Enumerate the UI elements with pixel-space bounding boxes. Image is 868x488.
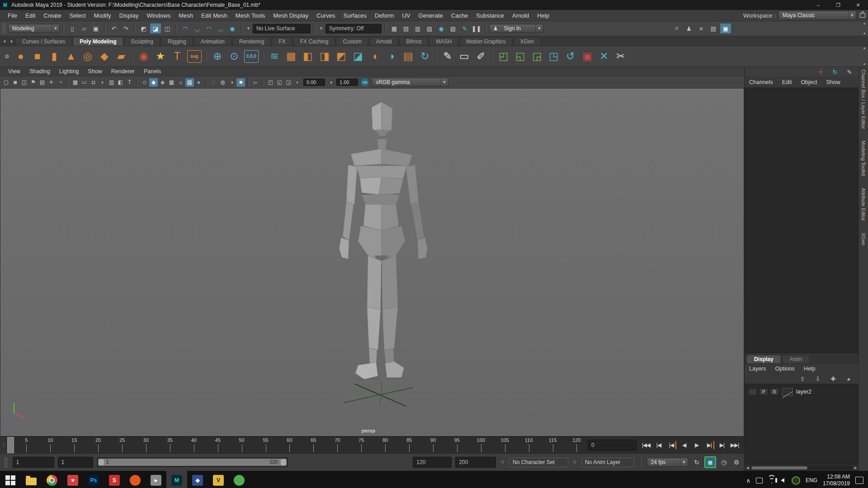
menu-uv[interactable]: UV: [398, 10, 414, 21]
go-to-end-button[interactable]: ▶▶|: [729, 440, 741, 450]
gamma-field[interactable]: 1.00: [336, 79, 358, 86]
layer-color-swatch[interactable]: [782, 388, 793, 396]
shelf-tab-mash[interactable]: MASH: [429, 37, 458, 46]
panel-menu-show[interactable]: Show: [84, 67, 107, 76]
clock[interactable]: 12:08 AM 17/08/2019: [823, 474, 850, 487]
layer-add-empty-icon[interactable]: ✚: [828, 374, 839, 384]
character-model[interactable]: [339, 102, 428, 380]
combine-icon[interactable]: ◧: [300, 48, 316, 65]
isolate-select-icon[interactable]: ▻: [251, 78, 260, 87]
sculpt-tool-icon[interactable]: ◲: [529, 48, 545, 65]
step-forward-frame-button[interactable]: ▶|: [716, 440, 728, 450]
animation-start-field[interactable]: 1: [58, 457, 93, 468]
menu-set-dropdown[interactable]: Modeling ▼: [8, 24, 60, 33]
layer-editor-menu-help[interactable]: Help: [799, 364, 820, 374]
color-management-toggle[interactable]: ON: [360, 78, 369, 87]
shelf-tab-custom[interactable]: Custom: [336, 37, 368, 46]
menu-edit[interactable]: Edit: [21, 10, 39, 21]
taskbar-app-gray-icon[interactable]: ▸: [146, 471, 166, 488]
step-forward-key-button[interactable]: ▶|: [703, 440, 715, 450]
action-center-icon[interactable]: [855, 477, 863, 484]
shelf-options-icon[interactable]: ▼: [9, 39, 14, 44]
menu-modify[interactable]: Modify: [90, 10, 115, 21]
shelf-tab-fx[interactable]: FX: [272, 37, 292, 46]
panel-menu-panels[interactable]: Panels: [139, 67, 165, 76]
step-back-key-button[interactable]: |◀: [665, 440, 677, 450]
taskbar-chrome-icon[interactable]: [42, 471, 62, 488]
range-slider-track[interactable]: 1 120: [98, 459, 287, 466]
language-indicator[interactable]: ENG: [806, 477, 817, 483]
shelf-tab-animation[interactable]: Animation: [194, 37, 231, 46]
smooth-target-icon[interactable]: ◳: [546, 48, 562, 65]
mirror-icon[interactable]: ◑: [383, 48, 400, 65]
shelf-tab-rigging[interactable]: Rigging: [161, 37, 193, 46]
save-scene-icon[interactable]: ▣: [90, 23, 101, 33]
render-settings-icon[interactable]: ▥: [412, 23, 423, 33]
subdivide-icon[interactable]: ▦: [283, 48, 299, 65]
symmetrize-icon[interactable]: ▣: [579, 48, 595, 65]
layer-visibility-toggle[interactable]: [748, 388, 757, 395]
step-back-frame-button[interactable]: |◀: [653, 440, 665, 450]
textured-mode-icon[interactable]: ▩: [167, 78, 176, 87]
taskbar-app-red-s-icon[interactable]: S: [104, 471, 125, 488]
chevron-down-icon[interactable]: ▼: [318, 26, 325, 31]
layer-move-up-icon[interactable]: ⇧: [797, 374, 808, 384]
layer-editor-menu-layers[interactable]: Layers: [745, 364, 771, 374]
film-gate-icon[interactable]: ▭: [80, 78, 89, 87]
taskbar-app-red-icon[interactable]: ♥: [62, 471, 83, 488]
origin-locator-icon[interactable]: 0,0,0: [244, 50, 259, 63]
current-frame-field[interactable]: 0: [588, 440, 637, 450]
vertical-tab-xgen[interactable]: XGen: [861, 233, 866, 245]
layer-name[interactable]: layer2: [796, 389, 811, 395]
tool-settings-toggle-icon[interactable]: ▤: [708, 23, 719, 33]
shelf-tab-sculpting[interactable]: Sculpting: [124, 37, 160, 46]
safe-title-icon[interactable]: T: [125, 78, 134, 87]
shelf-tab-motion-graphics[interactable]: Motion Graphics: [459, 37, 512, 46]
playback-end-field[interactable]: 120: [413, 457, 452, 468]
pause-icon[interactable]: ❚❚: [471, 23, 482, 33]
taskbar-app-orange-icon[interactable]: [125, 471, 146, 488]
menu-curves[interactable]: Curves: [312, 10, 339, 21]
two-d-pan-zoom-icon[interactable]: ✛: [47, 78, 56, 87]
render-sequence-icon[interactable]: ▨: [424, 23, 435, 33]
range-slider[interactable]: 1 120: [97, 457, 288, 467]
menu-arnold[interactable]: Arnold: [508, 10, 533, 21]
volume-icon[interactable]: ◍: [218, 78, 227, 87]
layer-playback-toggle[interactable]: P: [759, 388, 768, 395]
connect-icon[interactable]: ✐: [473, 48, 489, 65]
select-camera-icon[interactable]: ▢: [2, 78, 10, 87]
oversampling-icon[interactable]: ◔: [56, 78, 65, 87]
grid-toggle-icon[interactable]: ▦: [71, 78, 80, 87]
resolution-gate-icon[interactable]: ◘: [89, 78, 98, 87]
fog-icon[interactable]: ◌: [209, 78, 218, 87]
shelf-tab-bifrost[interactable]: Bifrost: [399, 37, 428, 46]
channel-box-menu-edit[interactable]: Edit: [778, 77, 797, 87]
live-surface-field[interactable]: No Live Surface: [253, 24, 311, 33]
hypershade-icon[interactable]: ◉: [436, 23, 447, 33]
bevel-icon[interactable]: ◖: [367, 48, 383, 65]
minimize-button[interactable]: –: [808, 0, 828, 10]
select-component-icon[interactable]: ◫: [162, 23, 173, 33]
close-button[interactable]: ✕: [848, 0, 868, 10]
sidebar-horizontal-scrollbar[interactable]: ◀ ▶: [745, 465, 859, 471]
time-slider-track[interactable]: 5101520253035404550556065707580859095100…: [7, 437, 581, 453]
camera-attributes-icon[interactable]: ◫: [20, 78, 28, 87]
paste-view-icon[interactable]: ◱: [275, 78, 284, 87]
menu-edit-mesh[interactable]: Edit Mesh: [197, 10, 231, 21]
lock-camera-icon[interactable]: ◙: [11, 78, 19, 87]
boolean-icon[interactable]: ◪: [350, 48, 366, 65]
gear-icon[interactable]: ⚙: [5, 53, 9, 60]
use-all-lights-icon[interactable]: ☼: [176, 78, 185, 87]
render-view-icon[interactable]: ▦: [389, 23, 400, 33]
perspective-viewport[interactable]: persp: [0, 89, 744, 436]
xray-icon[interactable]: ◲: [284, 78, 293, 87]
panel-menu-lighting[interactable]: Lighting: [55, 67, 84, 76]
drag-handle[interactable]: [2, 23, 6, 33]
relax-tool-icon[interactable]: ↺: [562, 48, 579, 65]
field-chart-icon[interactable]: ▥: [107, 78, 116, 87]
xform-display-icon[interactable]: ✛: [815, 67, 826, 77]
shadows-icon[interactable]: ▨: [185, 78, 194, 87]
redo-icon[interactable]: ↷: [120, 23, 131, 33]
menu-file[interactable]: File: [4, 10, 21, 21]
safe-action-icon[interactable]: ◧: [116, 78, 125, 87]
